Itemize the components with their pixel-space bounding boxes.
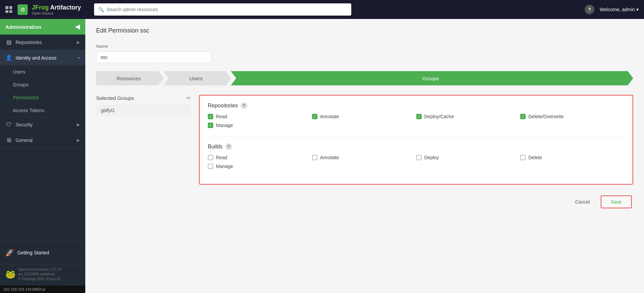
getting-started-label: Getting Started xyxy=(17,250,49,255)
sidebar-admin-header: Administration ◀ xyxy=(0,19,85,35)
sidebar-collapse-button[interactable]: ◀ xyxy=(75,23,80,30)
gear-icon[interactable]: ⚙ xyxy=(18,4,28,15)
license-line3: © Copyright 2021 JFrog Ltd xyxy=(18,277,61,281)
checkbox-build-delete-input[interactable] xyxy=(520,155,526,160)
edit-icon[interactable]: ✏ xyxy=(186,95,191,101)
repositories-section-title: Repositories ? xyxy=(208,102,624,109)
brand-logo: JFrog Artifactory Open Source xyxy=(32,4,86,15)
sidebar-item-access-tokens[interactable]: Access Tokens xyxy=(0,104,85,117)
sidebar-item-repositories[interactable]: ▤ Repositories ▶ xyxy=(0,35,85,50)
checkbox-repo-read-input[interactable] xyxy=(208,114,213,119)
help-button[interactable]: ? xyxy=(585,5,594,14)
main-content: Edit Permission ssc Name Resources Users… xyxy=(85,19,644,293)
step-resources-label: Resources xyxy=(116,76,141,81)
checkbox-build-read[interactable]: Read xyxy=(208,155,312,160)
sidebar-item-label: Repositories xyxy=(16,40,73,45)
checkbox-repo-annotate[interactable]: Annotate xyxy=(312,114,416,119)
sidebar-footer: 🚀 Getting Started xyxy=(0,241,85,264)
step-groups-label: Groups xyxy=(422,76,439,81)
repositories-section: Repositories ? Read Annotate xyxy=(208,102,624,128)
sidebar-section-repos: ▤ Repositories ▶ xyxy=(0,35,85,50)
section-divider xyxy=(208,136,624,137)
checkbox-repo-read-label: Read xyxy=(216,114,227,119)
rocket-icon: 🚀 xyxy=(5,249,14,257)
sidebar-item-permissions[interactable]: Permissions xyxy=(0,91,85,104)
license-info: 🐸 Open source license 7.27.10 rev 727109… xyxy=(0,264,85,286)
topbar: ⚙ JFrog Artifactory Open Source 🔍 ? Welc… xyxy=(0,0,644,19)
sidebar-section-identity: 👤 Identity and Access ▾ Users Groups Per… xyxy=(0,50,85,117)
checkbox-build-annotate-input[interactable] xyxy=(312,155,317,160)
admin-label: Administration xyxy=(5,24,41,30)
sidebar-item-getting-started[interactable]: 🚀 Getting Started xyxy=(5,245,80,260)
license-line2: rev 72710900 undefined xyxy=(18,272,61,277)
sidebar-item-security[interactable]: 🛡 Security ▶ xyxy=(0,117,85,132)
checkbox-repo-delete-input[interactable] xyxy=(520,114,526,119)
url-bar: 192.168.159.134:8082/ui/ xyxy=(0,286,85,293)
checkbox-repo-deploy-input[interactable] xyxy=(416,114,422,119)
checkbox-build-deploy[interactable]: Deploy xyxy=(416,155,520,160)
page-title: Edit Permission ssc xyxy=(96,27,633,34)
checkbox-repo-annotate-label: Annotate xyxy=(320,114,339,119)
chevron-right-icon: ▶ xyxy=(77,122,80,127)
chevron-right-icon: ▶ xyxy=(77,138,80,143)
checkbox-build-deploy-input[interactable] xyxy=(416,155,422,160)
brand-edition: Open Source xyxy=(32,11,86,15)
license-text: Open source license 7.27.10 rev 72710900… xyxy=(18,267,61,281)
search-input[interactable] xyxy=(107,7,347,12)
sidebar-item-identity-access[interactable]: 👤 Identity and Access ▾ xyxy=(0,50,85,65)
checkbox-build-delete[interactable]: Delete xyxy=(520,155,624,160)
jfrog-logo-icon: 🐸 xyxy=(5,270,16,279)
checkbox-repo-manage[interactable]: Manage xyxy=(208,123,312,128)
step-groups[interactable]: Groups xyxy=(231,71,633,85)
selected-groups-panel: Selected Groups ✏ gblfyG xyxy=(96,95,191,185)
chevron-right-icon: ▶ xyxy=(77,40,80,45)
steps-navigation: Resources Users Groups xyxy=(96,71,633,85)
license-logo: 🐸 Open source license 7.27.10 rev 727109… xyxy=(5,267,80,281)
repositories-title-text: Repositories xyxy=(208,103,238,109)
group-item[interactable]: gblfyG xyxy=(96,105,191,116)
sidebar-item-users[interactable]: Users xyxy=(0,65,85,78)
checkbox-repo-deploy[interactable]: Deploy/Cache xyxy=(416,114,520,119)
grid-icon[interactable] xyxy=(5,6,12,13)
checkbox-repo-delete[interactable]: Delete/Overwrite xyxy=(520,114,624,119)
brand-jfrog: JFrog xyxy=(32,4,49,11)
cancel-button[interactable]: Cancel xyxy=(568,195,597,208)
sidebar-item-label: Identity and Access xyxy=(16,55,74,61)
save-button[interactable]: Save xyxy=(601,195,632,208)
checkbox-build-manage[interactable]: Manage xyxy=(208,164,312,169)
builds-title-text: Builds xyxy=(208,144,223,150)
name-input[interactable] xyxy=(96,51,211,63)
sidebar-item-groups[interactable]: Groups xyxy=(0,78,85,91)
repositories-help-icon[interactable]: ? xyxy=(241,102,247,109)
checkbox-build-manage-label: Manage xyxy=(216,164,233,169)
checkbox-build-annotate-label: Annotate xyxy=(320,155,339,160)
form-actions: Cancel Save xyxy=(96,195,633,208)
chevron-down-icon: ▾ xyxy=(78,56,80,60)
checkbox-build-annotate[interactable]: Annotate xyxy=(312,155,416,160)
welcome-text[interactable]: Welcome, admin ▾ xyxy=(600,7,639,12)
step-resources[interactable]: Resources xyxy=(96,71,164,85)
step-users-label: Users xyxy=(189,76,202,81)
shield-icon: 🛡 xyxy=(5,122,12,128)
search-bar[interactable]: 🔍 xyxy=(94,3,351,16)
name-form-group: Name xyxy=(96,44,633,63)
builds-help-icon[interactable]: ? xyxy=(225,143,232,150)
builds-checkboxes: Read Annotate Deploy Delete xyxy=(208,155,624,169)
checkbox-repo-read[interactable]: Read xyxy=(208,114,312,119)
repositories-icon: ▤ xyxy=(5,39,12,45)
step-users[interactable]: Users xyxy=(163,71,231,85)
main-layout: Administration ◀ ▤ Repositories ▶ 👤 Iden… xyxy=(0,19,644,293)
sidebar-section-general: ⊞ General ▶ xyxy=(0,132,85,148)
checkbox-repo-annotate-input[interactable] xyxy=(312,114,317,119)
checkbox-repo-manage-input[interactable] xyxy=(208,123,213,128)
brand-product: Artifactory xyxy=(50,4,81,11)
topbar-right: ? Welcome, admin ▾ xyxy=(585,5,639,14)
checkbox-build-manage-input[interactable] xyxy=(208,164,213,169)
sidebar-item-general[interactable]: ⊞ General ▶ xyxy=(0,132,85,148)
checkbox-repo-deploy-label: Deploy/Cache xyxy=(424,114,454,119)
sidebar-item-label: General xyxy=(16,138,73,143)
builds-section-title: Builds ? xyxy=(208,143,624,150)
grid-small-icon: ⊞ xyxy=(5,137,12,143)
repositories-checkboxes: Read Annotate Deploy/Cache Delete/O xyxy=(208,114,624,128)
checkbox-build-read-input[interactable] xyxy=(208,155,213,160)
